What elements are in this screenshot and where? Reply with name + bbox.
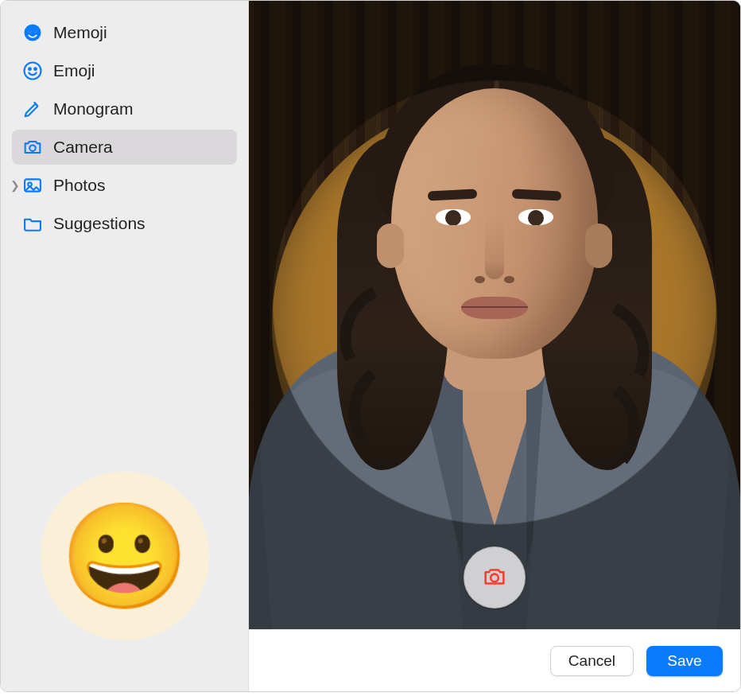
camera-preview — [249, 1, 740, 629]
svg-point-4 — [34, 30, 36, 32]
camera-shutter-icon — [481, 563, 508, 593]
current-avatar-preview: 😀 — [41, 472, 209, 640]
save-button[interactable]: Save — [646, 646, 723, 676]
emoji-smile-icon — [21, 60, 44, 82]
camera-icon — [21, 136, 44, 158]
photos-icon — [21, 174, 44, 196]
subject-face — [391, 88, 598, 359]
sidebar-item-suggestions[interactable]: Suggestions — [12, 206, 237, 241]
sidebar-item-label: Emoji — [53, 61, 95, 80]
sidebar-item-photos[interactable]: ❯ Photos — [12, 168, 237, 203]
dialog-footer: Cancel Save — [249, 629, 740, 691]
svg-point-8 — [29, 145, 35, 150]
svg-point-3 — [29, 30, 30, 32]
memoji-face-icon — [21, 21, 44, 44]
cancel-button[interactable]: Cancel — [550, 646, 634, 676]
sidebar-item-label: Monogram — [53, 99, 133, 119]
sidebar-item-monogram[interactable]: Monogram — [12, 91, 237, 126]
avatar-emoji: 😀 — [60, 496, 189, 617]
button-label: Cancel — [568, 652, 615, 670]
sidebar-item-label: Camera — [53, 138, 113, 157]
sidebar-item-label: Suggestions — [53, 214, 145, 233]
capture-photo-button[interactable] — [464, 546, 526, 609]
main-panel: Cancel Save — [249, 1, 740, 691]
pencil-icon — [21, 98, 44, 120]
sidebar-item-memoji[interactable]: Memoji — [12, 15, 237, 50]
profile-picture-dialog: Memoji Emoji — [0, 0, 741, 692]
sidebar-item-label: Memoji — [53, 23, 107, 42]
svg-point-5 — [25, 63, 41, 80]
svg-point-0 — [25, 25, 41, 41]
sidebar-item-label: Photos — [53, 176, 105, 195]
svg-point-7 — [34, 68, 37, 70]
sidebar-source-list: Memoji Emoji — [12, 15, 237, 241]
sidebar-item-emoji[interactable]: Emoji — [12, 53, 237, 88]
svg-point-11 — [491, 574, 499, 581]
folder-icon — [21, 212, 44, 235]
button-label: Save — [667, 652, 701, 670]
sidebar-item-camera[interactable]: Camera — [12, 130, 237, 165]
camera-subject — [280, 56, 709, 629]
sidebar: Memoji Emoji — [1, 1, 249, 691]
chevron-right-icon: ❯ — [10, 179, 20, 192]
svg-point-6 — [29, 68, 31, 70]
